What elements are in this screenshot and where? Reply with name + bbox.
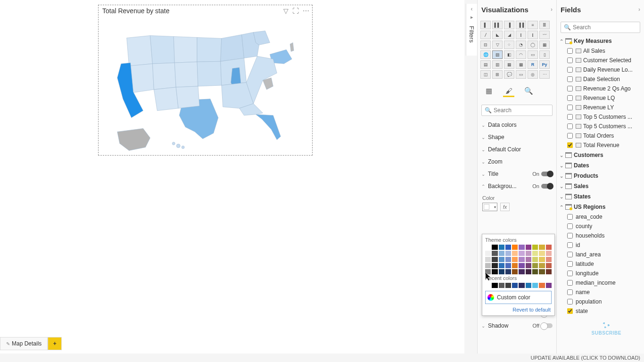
- decomp-tree-icon[interactable]: ⊞: [492, 70, 503, 79]
- color-swatch[interactable]: [492, 263, 497, 268]
- filled-map-icon[interactable]: ▨: [492, 50, 503, 59]
- field-table-states[interactable]: ⌄States: [557, 191, 644, 202]
- field-checkbox[interactable]: [567, 48, 573, 54]
- waterfall-icon[interactable]: ⊟: [480, 41, 491, 49]
- color-swatch[interactable]: [532, 269, 538, 274]
- color-swatch[interactable]: [519, 245, 524, 250]
- field-checkbox[interactable]: [567, 76, 573, 82]
- color-swatch[interactable]: [492, 257, 497, 262]
- field-table-dates[interactable]: ⌄Dates: [557, 160, 644, 171]
- color-swatch[interactable]: [546, 257, 552, 262]
- shape-map-icon[interactable]: ◧: [504, 50, 514, 59]
- color-swatch[interactable]: [519, 257, 524, 262]
- color-swatch[interactable]: [539, 283, 545, 288]
- format-zoom[interactable]: ⌄Zoom: [478, 156, 556, 168]
- color-swatch[interactable]: [505, 263, 511, 268]
- page-tab-map-details[interactable]: ✎Map Details: [0, 337, 48, 350]
- field-item[interactable]: median_income: [557, 278, 644, 288]
- format-shape[interactable]: ⌄Shape: [478, 131, 556, 143]
- color-swatch[interactable]: [485, 269, 491, 274]
- field-checkbox[interactable]: [567, 95, 573, 101]
- field-item[interactable]: Revenue LY: [557, 103, 644, 112]
- fields-search-input[interactable]: [573, 24, 637, 31]
- color-swatch[interactable]: [505, 283, 511, 288]
- field-checkbox[interactable]: [567, 223, 573, 229]
- clustered-bar-icon[interactable]: ▌▌: [492, 21, 503, 29]
- field-item[interactable]: longitude: [557, 269, 644, 278]
- color-swatch[interactable]: [499, 251, 504, 256]
- gauge-icon[interactable]: ◠: [516, 50, 526, 59]
- color-swatch[interactable]: [485, 251, 491, 256]
- field-table-products[interactable]: ⌄Products: [557, 171, 644, 181]
- chevron-right-icon[interactable]: ›: [551, 6, 553, 13]
- ribbon-icon[interactable]: 〰: [539, 31, 550, 39]
- color-swatch-dropdown[interactable]: ▾: [482, 203, 497, 211]
- funnel-icon[interactable]: ▽: [492, 41, 503, 49]
- color-swatch[interactable]: [526, 245, 531, 250]
- color-swatch[interactable]: [526, 263, 531, 268]
- title-toggle[interactable]: On: [532, 171, 553, 177]
- color-swatch[interactable]: [512, 263, 518, 268]
- key-influencers-icon[interactable]: ◫: [480, 70, 491, 79]
- field-item[interactable]: Top 5 Customers ...: [557, 112, 644, 122]
- color-swatch[interactable]: [505, 251, 511, 256]
- field-item[interactable]: latitude: [557, 259, 644, 269]
- table-icon[interactable]: ▦: [504, 60, 514, 69]
- color-swatch[interactable]: [505, 269, 511, 274]
- color-swatch[interactable]: [492, 269, 497, 274]
- color-swatch[interactable]: [492, 245, 497, 250]
- arcgis-icon[interactable]: ◎: [528, 70, 538, 79]
- field-checkbox[interactable]: [567, 86, 573, 91]
- fields-search[interactable]: 🔍: [561, 22, 640, 33]
- stacked-column-icon[interactable]: ▐: [504, 21, 514, 29]
- field-checkbox[interactable]: [567, 142, 573, 148]
- slicer-icon[interactable]: ▥: [492, 60, 503, 69]
- field-checkbox[interactable]: [567, 105, 573, 110]
- field-item[interactable]: Daily Revenue Lo...: [557, 65, 644, 74]
- color-swatch[interactable]: [532, 257, 538, 262]
- format-search[interactable]: 🔍: [481, 105, 553, 116]
- line-column2-icon[interactable]: ⫿: [528, 31, 538, 39]
- field-table-us-regions[interactable]: ⌃US Regions: [557, 202, 644, 212]
- color-swatch[interactable]: [539, 257, 545, 262]
- color-swatch[interactable]: [505, 245, 511, 250]
- color-swatch[interactable]: [532, 283, 538, 288]
- color-swatch[interactable]: [539, 269, 545, 274]
- color-swatch[interactable]: [539, 251, 545, 256]
- color-swatch[interactable]: [526, 283, 531, 288]
- field-item[interactable]: id: [557, 240, 644, 250]
- field-table-key-measures[interactable]: ⌃Key Measures: [557, 36, 644, 46]
- color-swatch[interactable]: [492, 283, 497, 288]
- format-default-color[interactable]: ⌄Default Color: [478, 143, 556, 156]
- donut-icon[interactable]: ◯: [528, 41, 538, 49]
- format-search-input[interactable]: [494, 107, 549, 114]
- field-item[interactable]: Revenue 2 Qs Ago: [557, 84, 644, 93]
- field-item[interactable]: population: [557, 297, 644, 306]
- color-swatch[interactable]: [512, 269, 518, 274]
- color-swatch[interactable]: [499, 269, 504, 274]
- color-swatch[interactable]: [499, 283, 504, 288]
- color-swatch[interactable]: [546, 269, 552, 274]
- field-checkbox[interactable]: [567, 123, 573, 129]
- format-data-colors[interactable]: ⌄Data colors: [478, 119, 556, 131]
- pie-icon[interactable]: ◔: [516, 41, 526, 49]
- color-swatch[interactable]: [512, 257, 518, 262]
- field-item[interactable]: county: [557, 222, 644, 231]
- status-bar-update[interactable]: UPDATE AVAILABLE (CLICK TO DOWNLOAD): [527, 354, 644, 362]
- qa-icon[interactable]: 💬: [504, 70, 514, 79]
- field-item[interactable]: Date Selection: [557, 74, 644, 84]
- field-checkbox[interactable]: [567, 299, 573, 304]
- format-tab[interactable]: 🖌: [503, 86, 514, 97]
- field-checkbox[interactable]: [567, 252, 573, 257]
- color-swatch[interactable]: [532, 245, 538, 250]
- color-swatch[interactable]: [519, 269, 524, 274]
- color-swatch[interactable]: [485, 283, 491, 288]
- field-checkbox[interactable]: [567, 242, 573, 248]
- line-column-icon[interactable]: ⫿: [516, 31, 526, 39]
- revert-to-default-link[interactable]: Revert to default: [485, 304, 552, 313]
- field-table-customers[interactable]: ⌄Customers: [557, 150, 644, 160]
- stacked-bar-100-icon[interactable]: ≡: [528, 21, 538, 29]
- focus-mode-icon[interactable]: ⛶: [292, 7, 299, 15]
- color-swatch[interactable]: [485, 263, 491, 268]
- color-swatch[interactable]: [499, 245, 504, 250]
